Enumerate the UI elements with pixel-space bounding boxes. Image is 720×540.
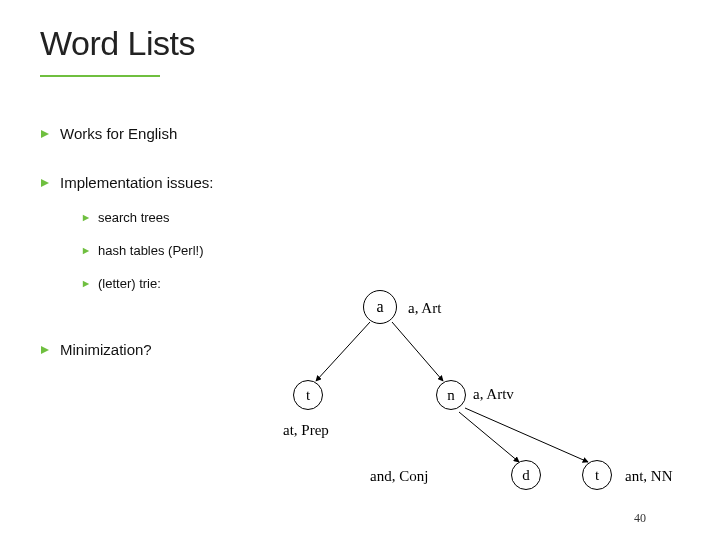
sub-bullet-text: search trees (98, 210, 170, 225)
sub-bullet-item: hash tables (Perl!) (82, 243, 213, 258)
page-number: 40 (634, 511, 646, 526)
sub-bullet-text: hash tables (Perl!) (98, 243, 204, 258)
play-bullet-icon (40, 178, 50, 188)
trie-node-n: n (436, 380, 466, 410)
sub-bullet-list: search trees hash tables (Perl!) (letter… (82, 210, 213, 291)
trie-label-and-conj: and, Conj (370, 468, 428, 485)
bullet-item: Implementation issues: search trees hash… (40, 174, 680, 309)
slide: Word Lists Works for English Implementat… (0, 0, 720, 540)
trie-label-at-prep: at, Prep (283, 422, 329, 439)
trie-node-t2: t (582, 460, 612, 490)
trie-label-ant-nn: ant, NN (625, 468, 673, 485)
svg-line-3 (465, 408, 588, 462)
bullet-text: Works for English (60, 125, 177, 142)
trie-node-t: t (293, 380, 323, 410)
title-underline (40, 75, 160, 77)
svg-line-2 (459, 412, 519, 462)
play-bullet-icon (40, 129, 50, 139)
slide-title: Word Lists (40, 24, 680, 63)
bullet-item: Works for English (40, 125, 680, 142)
sub-bullet-item: (letter) trie: (82, 276, 213, 291)
bullet-text: Minimization? (60, 341, 152, 358)
sub-bullet-item: search trees (82, 210, 213, 225)
bullet-text: Implementation issues: (60, 174, 213, 191)
play-bullet-icon (40, 345, 50, 355)
play-bullet-icon (82, 247, 90, 255)
bullet-item: Minimization? (40, 341, 680, 358)
trie-label-a-artv: a, Artv (473, 386, 514, 403)
bullet-list: Works for English Implementation issues:… (40, 125, 680, 358)
play-bullet-icon (82, 280, 90, 288)
sub-bullet-text: (letter) trie: (98, 276, 161, 291)
trie-node-d: d (511, 460, 541, 490)
play-bullet-icon (82, 214, 90, 222)
bullet-with-sub: Implementation issues: search trees hash… (60, 174, 213, 309)
